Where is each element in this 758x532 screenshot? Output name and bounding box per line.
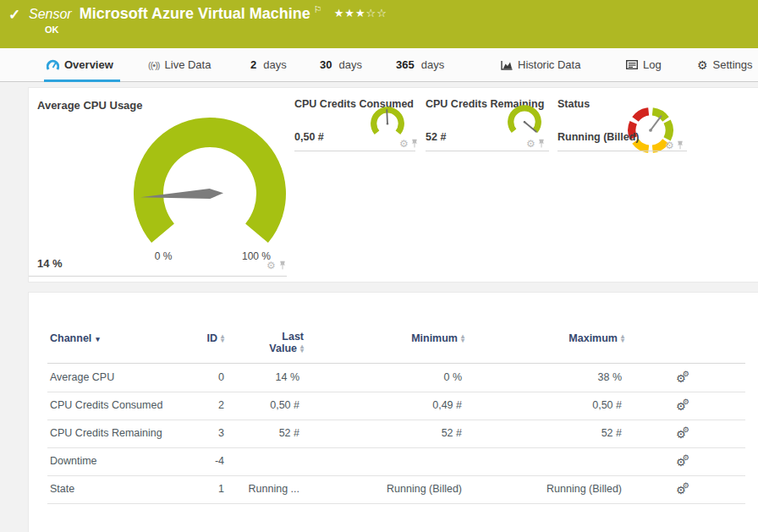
tab-label: days — [421, 58, 444, 71]
panel-gear-icon[interactable]: ⚙ — [665, 140, 674, 151]
tab-label: days — [338, 58, 361, 71]
sensor-status-badge: OK — [45, 25, 59, 35]
last-value: Running ... — [219, 483, 299, 495]
sort-icon: ▴▾ — [461, 334, 464, 343]
tab-2-days[interactable]: 2 days — [250, 48, 287, 81]
tab-log[interactable]: Log — [626, 48, 662, 81]
column-header-maximum[interactable]: Maximum▴▾ — [497, 332, 624, 344]
last-value: 52 # — [219, 427, 299, 439]
sensor-header: ✓ Sensor Microsoft Azure Virtual Machine… — [0, 0, 758, 48]
channel-id: 0 — [181, 371, 224, 383]
tab-number: 30 — [320, 58, 332, 71]
tab-number: 2 — [250, 58, 256, 71]
sorted-desc-icon: ▾ — [96, 335, 100, 343]
sort-icon: ▴▾ — [621, 334, 624, 343]
panel-divider — [426, 151, 549, 151]
panel-gear-icon[interactable]: ⚙ — [399, 139, 409, 149]
tab-live-data[interactable]: ((•)) Live Data — [148, 48, 211, 81]
maximum-value: 38 % — [495, 371, 622, 383]
status-gauge-value: Running (Billed) — [558, 131, 640, 143]
channel-id: 3 — [181, 427, 224, 439]
channel-table-card: Channel▾ ID▴▾ Last Value▴▾ Minimum▴▾ Max… — [28, 292, 758, 532]
panel-divider — [294, 151, 415, 151]
channel-settings-gears-icon[interactable]: ⚙⚙ — [676, 481, 689, 496]
priority-stars[interactable]: ★★★☆☆ — [334, 7, 387, 19]
channel-id: 1 — [181, 483, 224, 495]
channel-name: Average CPU — [50, 371, 114, 383]
tab-label: Settings — [713, 58, 753, 71]
last-value: 0,50 # — [219, 399, 299, 411]
maximum-value: 0,50 # — [495, 399, 622, 411]
channel-settings-gears-icon[interactable]: ⚙⚙ — [676, 425, 689, 441]
panel-pin-icon[interactable] — [538, 139, 545, 150]
panel-gear-icon[interactable]: ⚙ — [266, 261, 276, 271]
channel-settings-gears-icon[interactable]: ⚙⚙ — [676, 453, 689, 469]
credits-consumed-gauge — [368, 103, 407, 140]
avg-cpu-gauge-title: Average CPU Usage — [37, 99, 143, 112]
ok-check-icon: ✓ — [8, 6, 20, 24]
panel-divider — [558, 151, 687, 151]
tab-label: Overview — [64, 58, 113, 71]
channel-settings-gears-icon[interactable]: ⚙⚙ — [676, 398, 689, 413]
row-divider — [47, 392, 745, 392]
channel-id: -4 — [181, 455, 224, 467]
channel-name: Downtime — [50, 455, 97, 467]
channel-name: State — [50, 483, 74, 495]
tab-overview[interactable]: Overview — [47, 48, 113, 81]
channel-id: 2 — [181, 399, 224, 411]
row-divider — [47, 420, 745, 420]
row-divider — [47, 447, 745, 448]
sensor-title: Microsoft Azure Virtual Machine — [80, 5, 310, 23]
gauge-icon — [47, 59, 59, 70]
last-value: 14 % — [219, 371, 299, 383]
row-divider — [47, 503, 745, 504]
tab-settings[interactable]: ⚙ Settings — [697, 48, 753, 81]
panel-pin-icon[interactable] — [279, 261, 286, 271]
maximum-value: Running (Billed) — [495, 483, 622, 495]
live-data-icon: ((•)) — [148, 60, 160, 70]
panel-divider — [29, 276, 287, 277]
table-header-divider — [47, 363, 745, 364]
sensor-title-line: Sensor Microsoft Azure Virtual Machine ⚐… — [29, 5, 387, 23]
stars-filled[interactable]: ★★★ — [334, 7, 366, 19]
credits-consumed-value: 0,50 # — [294, 131, 324, 143]
tab-label: Log — [643, 58, 662, 71]
prtg-sensor-page: ✓ Sensor Microsoft Azure Virtual Machine… — [0, 0, 758, 532]
avg-cpu-gauge-value: 14 % — [37, 257, 63, 270]
tab-label: Live Data — [165, 58, 211, 71]
flag-icon[interactable]: ⚐ — [314, 4, 322, 15]
column-header-minimum[interactable]: Minimum▴▾ — [338, 332, 464, 344]
tab-number: 365 — [396, 58, 415, 71]
credits-remaining-gauge — [505, 101, 544, 139]
column-header-id[interactable]: ID▴▾ — [181, 332, 224, 344]
object-kind-label: Sensor — [29, 5, 72, 22]
tab-30-days[interactable]: 30 days — [320, 48, 362, 81]
status-gauge-title: Status — [558, 98, 590, 110]
channel-settings-gears-icon[interactable]: ⚙⚙ — [676, 370, 689, 385]
minimum-value: Running (Billed) — [335, 483, 462, 495]
tab-label: Historic Data — [518, 58, 580, 71]
panel-pin-icon[interactable] — [411, 139, 418, 150]
sensor-tab-bar: Overview ((•)) Live Data 2 days 30 days … — [0, 48, 758, 82]
gauge-scale-min: 0 % — [142, 250, 184, 262]
panel-gear-icon[interactable]: ⚙ — [526, 139, 536, 149]
channel-name: CPU Credits Consumed — [50, 399, 162, 411]
maximum-value: 52 # — [495, 427, 622, 439]
area-chart-icon — [501, 60, 513, 70]
channel-name: CPU Credits Remaining — [50, 427, 162, 439]
minimum-value: 52 # — [335, 427, 462, 439]
credits-remaining-value: 52 # — [426, 131, 446, 143]
tab-365-days[interactable]: 365 days — [396, 48, 444, 81]
tab-historic-data[interactable]: Historic Data — [501, 48, 580, 81]
minimum-value: 0 % — [335, 371, 462, 383]
column-header-last-value[interactable]: Last Value▴▾ — [223, 331, 304, 354]
gauges-card: Average CPU Usage 0 % 100 % 14 % ⚙ CPU C… — [28, 87, 758, 282]
gear-icon: ⚙ — [697, 59, 708, 71]
log-icon — [626, 60, 638, 69]
stars-empty[interactable]: ☆☆ — [366, 7, 387, 19]
avg-cpu-gauge — [129, 112, 290, 263]
tab-label: days — [263, 58, 286, 71]
row-divider — [47, 475, 745, 476]
minimum-value: 0,49 # — [335, 399, 462, 411]
column-header-channel[interactable]: Channel▾ — [50, 332, 100, 344]
